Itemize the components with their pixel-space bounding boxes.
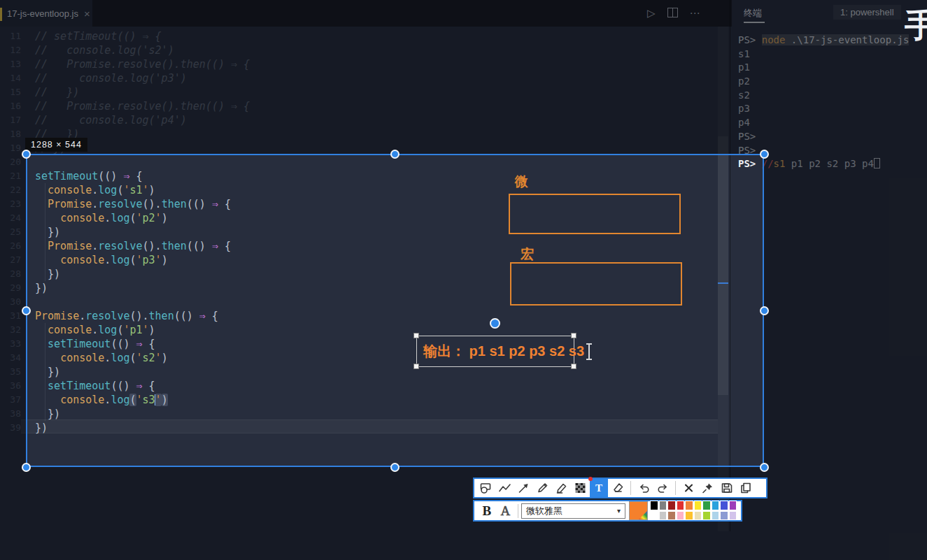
divider	[630, 481, 631, 495]
pin-button[interactable]	[698, 479, 716, 497]
palette-swatch[interactable]	[659, 511, 667, 521]
selection-handle-mid-left[interactable]	[22, 306, 31, 315]
textbox-handle-top-left[interactable]	[413, 333, 419, 338]
font-style-button[interactable]: A	[496, 503, 515, 519]
selection-handle-bottom-mid[interactable]	[390, 463, 399, 472]
redo-button[interactable]	[653, 479, 672, 497]
watermark-glyph: 手	[905, 4, 927, 48]
text-format-toolbar: B A 微软雅黑 ▾	[473, 500, 742, 522]
selection-handle-top-mid[interactable]	[390, 150, 399, 159]
capture-size-label: 1288 × 544	[25, 138, 87, 152]
palette-swatch[interactable]	[720, 501, 728, 510]
output-text: 输出： p1 s1 p2 p3 s2 s3	[423, 342, 584, 361]
dim-overlay-right	[764, 154, 927, 467]
color-palette	[650, 501, 737, 521]
palette-swatch[interactable]	[650, 511, 658, 521]
pencil-tool[interactable]	[533, 479, 551, 497]
chevron-down-icon: ▾	[617, 507, 621, 515]
marker-tool[interactable]	[552, 479, 570, 497]
palette-swatch[interactable]	[667, 511, 676, 521]
selection-handle-bottom-left[interactable]	[22, 463, 31, 472]
mosaic-tool[interactable]	[571, 479, 589, 497]
palette-swatch[interactable]	[712, 501, 720, 510]
micro-task-box[interactable]	[509, 194, 681, 234]
font-name: 微软雅黑	[526, 505, 562, 517]
close-button[interactable]	[679, 479, 698, 497]
textbox-handle-bottom-left[interactable]	[413, 364, 419, 369]
palette-swatch[interactable]	[694, 501, 702, 510]
rainbow-corner-icon	[639, 511, 647, 519]
shape-tool[interactable]	[476, 479, 495, 497]
font-family-select[interactable]: 微软雅黑 ▾	[521, 503, 625, 519]
annotation-toolbar: T	[473, 478, 767, 498]
save-button[interactable]	[717, 479, 735, 497]
palette-swatch[interactable]	[685, 511, 693, 521]
output-text-annotation[interactable]: 输出： p1 s1 p2 p3 s2 s3	[416, 336, 574, 367]
selection-handle-top-right[interactable]	[760, 150, 769, 159]
current-color-swatch[interactable]	[629, 501, 648, 520]
palette-swatch[interactable]	[712, 511, 720, 521]
selection-handle-bottom-right[interactable]	[760, 463, 769, 472]
palette-swatch[interactable]	[702, 511, 711, 521]
palette-swatch[interactable]	[702, 501, 711, 510]
divider	[518, 504, 518, 518]
palette-swatch[interactable]	[685, 501, 693, 510]
divider	[675, 481, 676, 495]
selection-handle-mid-right[interactable]	[760, 306, 769, 315]
selection-handle-top-left[interactable]	[22, 150, 31, 159]
dim-overlay-top	[0, 0, 927, 154]
palette-swatch[interactable]	[677, 511, 685, 521]
palette-swatch[interactable]	[720, 511, 728, 521]
copy-button[interactable]	[736, 479, 754, 497]
textbox-handle-bottom-right[interactable]	[571, 364, 576, 369]
palette-swatch[interactable]	[650, 501, 658, 510]
macro-task-box[interactable]	[510, 262, 682, 306]
palette-swatch[interactable]	[667, 501, 676, 510]
textbox-handle-top-right[interactable]	[571, 333, 576, 338]
palette-swatch[interactable]	[677, 501, 685, 510]
arrow-tool[interactable]	[514, 479, 532, 497]
macro-task-label: 宏	[521, 245, 534, 264]
polyline-tool[interactable]	[495, 479, 514, 497]
palette-swatch[interactable]	[694, 511, 702, 521]
undo-button[interactable]	[635, 479, 653, 497]
eraser-tool[interactable]	[609, 479, 627, 497]
palette-swatch[interactable]	[729, 501, 737, 510]
screenshot-annotation-screen: 17-js-eventloop.js × ▷ ⋯ 11// setTimeout…	[0, 0, 927, 560]
palette-swatch[interactable]	[729, 511, 737, 521]
dim-overlay-bottom	[0, 467, 927, 560]
bold-button[interactable]: B	[478, 503, 496, 519]
annotation-drag-handle[interactable]	[490, 318, 500, 329]
palette-swatch[interactable]	[659, 501, 667, 510]
text-tool[interactable]: T	[590, 479, 608, 497]
micro-task-label: 微	[515, 173, 528, 191]
